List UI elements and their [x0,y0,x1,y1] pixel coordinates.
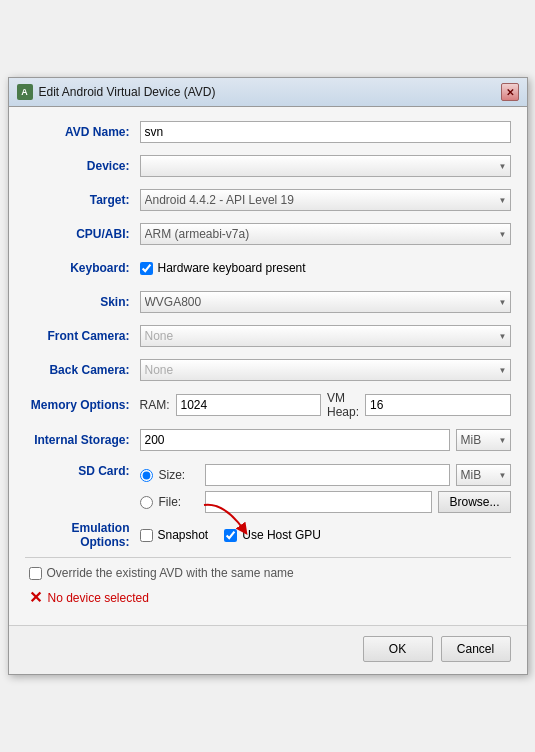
arrow-decoration [194,500,254,540]
target-label: Target: [25,193,140,207]
browse-button[interactable]: Browse... [438,491,510,513]
internal-storage-label: Internal Storage: [25,433,140,447]
front-camera-control: None [140,325,511,347]
cpu-abi-row: CPU/ABI: ARM (armeabi-v7a) [25,221,511,247]
internal-storage-row: Internal Storage: KiB MiB GiB [25,427,511,453]
sdcard-unit-wrapper: KiB MiB GiB [456,464,511,486]
back-camera-row: Back Camera: None [25,357,511,383]
emulation-label: Emulation Options: [25,521,140,549]
sdcard-label: SD Card: [25,464,140,478]
front-camera-label: Front Camera: [25,329,140,343]
skin-label: Skin: [25,295,140,309]
window-title: Edit Android Virtual Device (AVD) [39,85,216,99]
target-select[interactable]: Android 4.4.2 - API Level 19 [140,189,511,211]
internal-storage-control: KiB MiB GiB [140,429,511,451]
memory-label: Memory Options: [25,398,140,412]
main-window: A Edit Android Virtual Device (AVD) ✕ AV… [8,77,528,675]
override-checkbox[interactable] [29,567,42,580]
emulation-options-row: Emulation Options: Snapshot Use Host GPU [25,521,511,549]
size-label: Size: [159,468,199,482]
divider [25,557,511,558]
snapshot-checkbox[interactable] [140,529,153,542]
internal-storage-input[interactable] [140,429,450,451]
button-bar: OK Cancel [9,625,527,674]
back-camera-select[interactable]: None [140,359,511,381]
sdcard-file-radio[interactable] [140,496,153,509]
avd-name-input[interactable] [140,121,511,143]
device-row: Device: [25,153,511,179]
ok-button[interactable]: OK [363,636,433,662]
target-control: Android 4.4.2 - API Level 19 [140,189,511,211]
internal-storage-unit-select[interactable]: KiB MiB GiB [456,429,511,451]
skin-row: Skin: WVGA800 [25,289,511,315]
device-control [140,155,511,177]
device-select[interactable] [140,155,511,177]
target-row: Target: Android 4.4.2 - API Level 19 [25,187,511,213]
keyboard-label: Keyboard: [25,261,140,275]
form-content: AVD Name: Device: Target: Android 4.4.2 … [9,107,527,625]
window-icon-label: A [21,87,28,97]
keyboard-text: Hardware keyboard present [158,261,306,275]
override-label: Override the existing AVD with the same … [47,566,294,580]
front-camera-select[interactable]: None [140,325,511,347]
keyboard-checkbox[interactable] [140,262,153,275]
error-text: No device selected [48,591,149,605]
cpu-abi-select[interactable]: ARM (armeabi-v7a) [140,223,511,245]
keyboard-row: Keyboard: Hardware keyboard present [25,255,511,281]
keyboard-control: Hardware keyboard present [140,261,511,275]
device-label: Device: [25,159,140,173]
sdcard-size-row: Size: KiB MiB GiB [140,464,511,486]
back-camera-control: None [140,359,511,381]
memory-row: Memory Options: RAM: VM Heap: [25,391,511,419]
sdcard-row: SD Card: Size: KiB MiB GiB [25,461,511,513]
sdcard-size-radio[interactable] [140,469,153,482]
file-label: File: [159,495,199,509]
close-button[interactable]: ✕ [501,83,519,101]
ram-label: RAM: [140,398,170,412]
vmheap-input[interactable] [365,394,510,416]
sdcard-unit-select[interactable]: KiB MiB GiB [456,464,511,486]
avd-name-row: AVD Name: [25,119,511,145]
skin-select[interactable]: WVGA800 [140,291,511,313]
back-camera-label: Back Camera: [25,363,140,377]
cpu-abi-label: CPU/ABI: [25,227,140,241]
title-bar-left: A Edit Android Virtual Device (AVD) [17,84,216,100]
memory-inputs: RAM: VM Heap: [140,391,511,419]
ram-input[interactable] [176,394,321,416]
error-row: ✕ No device selected [25,588,511,607]
keyboard-checkbox-row: Hardware keyboard present [140,261,511,275]
emulation-control: Snapshot Use Host GPU [140,528,511,542]
avd-name-control [140,121,511,143]
emulation-checkboxes: Snapshot Use Host GPU [140,528,511,542]
use-host-gpu-option: Use Host GPU [224,528,321,542]
memory-control: RAM: VM Heap: [140,391,511,419]
front-camera-row: Front Camera: None [25,323,511,349]
skin-control: WVGA800 [140,291,511,313]
vmheap-label: VM Heap: [327,391,359,419]
storage-inputs: KiB MiB GiB [140,429,511,451]
title-bar: A Edit Android Virtual Device (AVD) ✕ [9,78,527,107]
internal-storage-unit-wrapper: KiB MiB GiB [456,429,511,451]
avd-name-label: AVD Name: [25,125,140,139]
cancel-button[interactable]: Cancel [441,636,511,662]
window-icon: A [17,84,33,100]
sdcard-size-input[interactable] [205,464,450,486]
cpu-abi-control: ARM (armeabi-v7a) [140,223,511,245]
error-icon: ✕ [29,588,42,607]
override-row: Override the existing AVD with the same … [25,566,511,580]
